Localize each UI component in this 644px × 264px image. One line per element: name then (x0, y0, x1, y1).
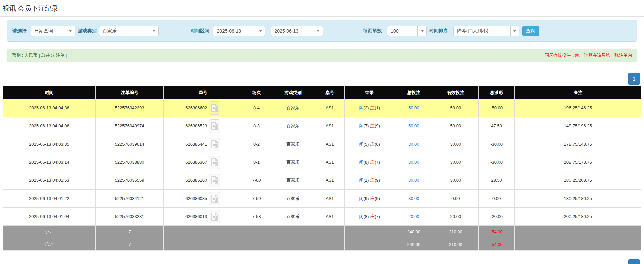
video-replay-button[interactable] (209, 210, 220, 223)
cell-note: 180.25/180.25 (515, 190, 641, 208)
table-row: 2025-06-13 04:01:53 522576035559 6263861… (3, 171, 641, 190)
query-type-value: 日期查询 (31, 26, 66, 36)
pagination-top: 1 (0, 73, 644, 85)
totals-valid-bet: 210.00 (433, 238, 478, 251)
round-number: 626386602 (185, 105, 207, 110)
cell-valid-bet: 30.00 (433, 171, 478, 190)
result-player-label: 闲 (359, 142, 363, 147)
video-file-icon (211, 195, 218, 203)
time-range-label: 时间区间: (191, 28, 211, 34)
time-sort-value: 降幂(由大到小) (454, 26, 510, 36)
totals-payout: -54.00 (478, 226, 514, 238)
result-banker-points: (1) (375, 105, 380, 110)
cell-time: 2025-06-13 04:01:53 (3, 171, 96, 190)
column-header: 游戏类别 (271, 86, 315, 99)
total-bet-link[interactable]: 30.00 (408, 142, 419, 147)
cell-bet-number: 522576042393 (95, 99, 164, 117)
cell-note: 180.25/208.75 (515, 171, 641, 190)
table-row: 2025-06-13 04:03:14 522576038880 6263863… (3, 153, 641, 171)
cell-result: 闲(2) 庄(1) (344, 99, 395, 117)
table-row: 2025-06-13 04:04:06 522576040974 6263865… (3, 117, 641, 135)
cell-time: 2025-06-13 04:04:36 (3, 99, 96, 117)
page-title: 视讯 会员下注纪录 (3, 4, 641, 13)
totals-label: 总计 (3, 238, 96, 251)
chevron-down-icon[interactable] (510, 26, 519, 36)
column-header: 有效投注 (433, 86, 478, 99)
page-1-button[interactable]: 1 (628, 259, 640, 264)
result-banker-label: 庄 (370, 196, 375, 201)
filter-panel: 请选择: 日期查询 游戏类别 百家乐 时间区间: 2025-06-13 ~ 20… (7, 20, 637, 42)
result-player-points: (2) (363, 105, 369, 110)
result-banker-label: 庄 (370, 123, 375, 128)
cell-table-number: AS1 (315, 208, 344, 226)
time-sort-label: 时间排序 : (429, 28, 451, 34)
video-replay-button[interactable] (209, 192, 220, 205)
game-type-label: 游戏类别 (78, 28, 97, 34)
round-number: 626386160 (185, 178, 207, 183)
search-button[interactable]: 查询 (522, 26, 539, 36)
cell-session: 8-2 (242, 135, 271, 153)
page-size-select[interactable]: 100 (387, 26, 427, 36)
cell-payout: -30.00 (478, 153, 514, 171)
page-1-button[interactable]: 1 (628, 73, 640, 85)
chevron-down-icon[interactable] (66, 26, 75, 36)
summary-bar: 币别 : 人民币 | 总共 :7 注单 | 同局有效投注，统一计算在该局第一张注… (7, 49, 637, 62)
total-bet-link[interactable]: 50.00 (408, 105, 419, 110)
video-replay-button[interactable] (209, 138, 220, 151)
totals-empty-result (344, 238, 395, 251)
chevron-down-icon[interactable] (256, 26, 265, 36)
cell-valid-bet: 20.00 (433, 208, 478, 226)
video-replay-button[interactable] (209, 156, 220, 169)
time-sort-select[interactable]: 降幂(由大到小) (453, 26, 519, 36)
cell-bet-number: 522576033281 (95, 208, 164, 226)
video-replay-button[interactable] (209, 174, 220, 187)
cell-total-bet: 30.00 (395, 171, 433, 190)
table-body: 2025-06-13 04:04:36 522576042393 6263866… (3, 99, 641, 251)
totals-empty-session (242, 226, 271, 238)
bet-records-table: 时间注单编号局号场次游戏类别桌号结果总投注有效投注总派彩备注 2025-06-1… (3, 86, 641, 251)
cell-note: 208.75/178.75 (515, 153, 641, 171)
chevron-down-icon[interactable] (314, 26, 323, 36)
cell-table-number: AS1 (315, 117, 344, 135)
game-type-select[interactable]: 百家乐 (99, 26, 159, 36)
result-banker-label: 庄 (370, 105, 375, 110)
pagination-bottom: 1 (0, 259, 644, 264)
cell-session: 8-1 (242, 153, 271, 171)
cell-payout: -20.00 (478, 208, 514, 226)
query-type-select[interactable]: 日期查询 (31, 26, 75, 36)
page-size-label: 每页笔数 : (363, 28, 385, 34)
total-bet-link[interactable]: 30.00 (408, 178, 419, 183)
total-bet-link[interactable]: 30.00 (408, 196, 419, 201)
cell-time: 2025-06-13 04:03:14 (3, 153, 96, 171)
cell-payout: 47.50 (478, 117, 514, 135)
round-number: 626386441 (185, 142, 207, 147)
total-bet-link[interactable]: 30.00 (408, 160, 419, 165)
cell-result: 闲(7) 庄(9) (344, 117, 395, 135)
table-row: 2025-06-13 04:01:04 522576033281 6263860… (3, 208, 641, 226)
cell-game-type: 百家乐 (271, 135, 315, 153)
date-from-select[interactable]: 2025-06-13 (213, 26, 265, 36)
cell-total-bet: 50.00 (395, 117, 433, 135)
result-banker-points: (6) (375, 142, 380, 147)
cell-bet-number: 522576034121 (95, 190, 164, 208)
video-file-icon (211, 122, 218, 130)
cell-game-type: 百家乐 (271, 99, 315, 117)
video-file-icon (211, 158, 218, 166)
cell-bet-number: 522576038880 (95, 153, 164, 171)
total-bet-link[interactable]: 20.00 (408, 214, 419, 219)
video-replay-button[interactable] (209, 119, 220, 133)
result-player-points: (1) (363, 178, 369, 183)
chevron-down-icon[interactable] (150, 26, 158, 36)
table-row: 2025-06-13 04:01:22 522576034121 6263860… (3, 190, 641, 208)
cell-game-type: 百家乐 (271, 171, 315, 190)
cell-result: 闲(8) 庄(7) (344, 208, 395, 226)
cell-round-number: 626386367 (164, 153, 242, 171)
cell-note: 200.25/180.25 (515, 208, 641, 226)
totals-empty-game (271, 226, 315, 238)
column-header: 注单编号 (95, 86, 164, 99)
chevron-down-icon[interactable] (417, 26, 426, 36)
total-bet-link[interactable]: 50.00 (408, 123, 419, 128)
date-from-value: 2025-06-13 (213, 26, 256, 36)
video-replay-button[interactable] (209, 101, 220, 115)
date-to-select[interactable]: 2025-06-13 (271, 26, 323, 36)
